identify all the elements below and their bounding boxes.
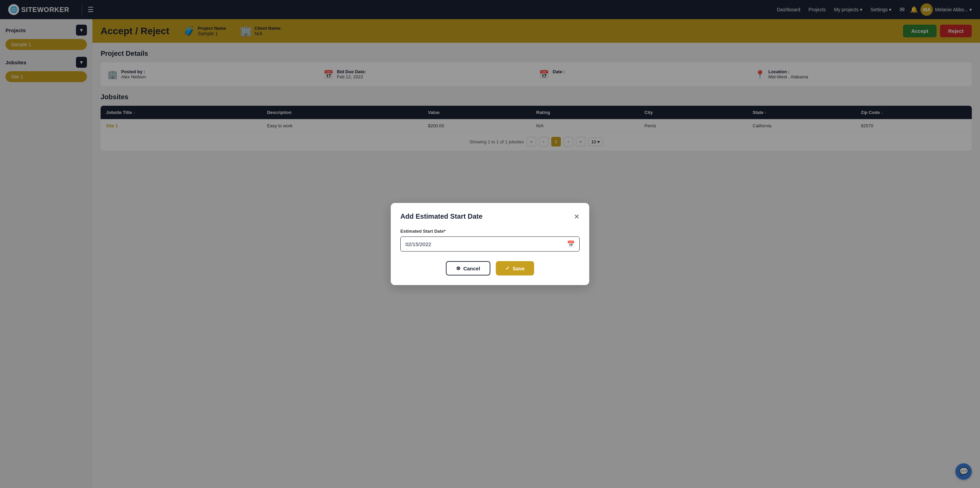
modal-date-input-row: 📅 — [400, 237, 580, 251]
modal-dialog: Add Estimated Start Date ✕ Estimated Sta… — [391, 203, 589, 285]
modal-title: Add Estimated Start Date — [400, 213, 482, 220]
cancel-button[interactable]: ⊗ Cancel — [446, 261, 490, 275]
modal-header: Add Estimated Start Date ✕ — [400, 213, 580, 220]
calendar-picker-icon[interactable]: 📅 — [567, 240, 574, 248]
modal-actions: ⊗ Cancel ✓ Save — [400, 261, 580, 275]
save-icon: ✓ — [505, 265, 510, 271]
save-button[interactable]: ✓ Save — [496, 261, 534, 275]
estimated-start-date-input[interactable] — [406, 241, 567, 247]
modal-overlay[interactable]: Add Estimated Start Date ✕ Estimated Sta… — [0, 0, 980, 488]
modal-close-button[interactable]: ✕ — [574, 213, 580, 220]
modal-date-label: Estimated Start Date* — [400, 229, 580, 234]
cancel-icon: ⊗ — [456, 265, 461, 271]
